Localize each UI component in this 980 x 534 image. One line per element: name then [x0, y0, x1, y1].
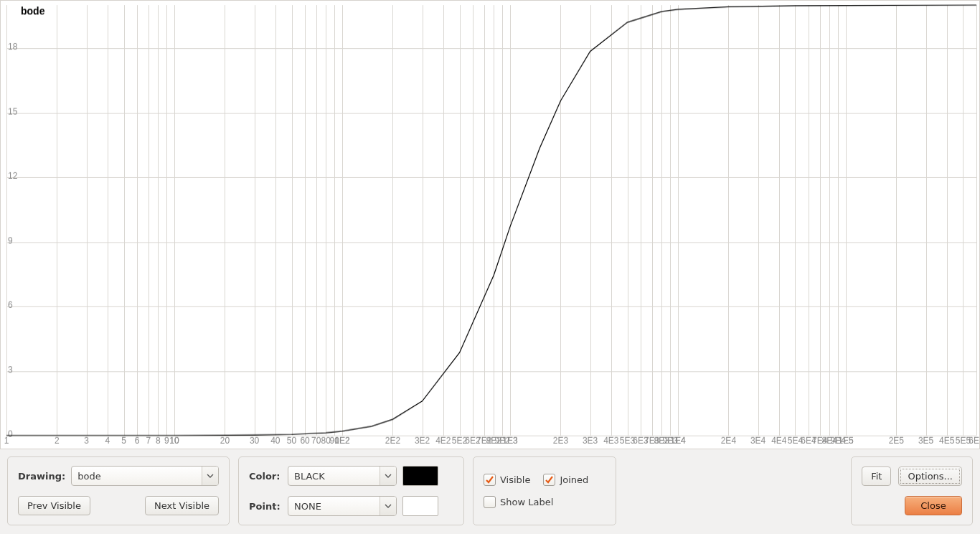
visible-checkbox[interactable]: Visible	[484, 474, 530, 486]
checkbox-checked-icon	[484, 474, 496, 486]
joined-checkbox[interactable]: Joined	[543, 474, 588, 486]
point-swatch[interactable]	[402, 496, 438, 516]
toolbar: Drawing: bode Prev Visible Next Visible …	[0, 449, 980, 534]
visible-checkbox-label: Visible	[500, 474, 530, 485]
joined-checkbox-label: Joined	[560, 474, 588, 485]
show-label-checkbox-label: Show Label	[500, 497, 553, 507]
panel-toggles: Visible Joined Show Label	[473, 456, 616, 525]
drawing-label: Drawing:	[18, 471, 65, 482]
drawing-select-value: bode	[72, 469, 202, 484]
checkbox-checked-icon	[543, 474, 555, 486]
plot-area[interactable]	[0, 0, 980, 449]
panel-appearance: Color: BLACK Point: NONE	[238, 456, 464, 525]
next-visible-button[interactable]: Next Visible	[145, 496, 219, 515]
options-button[interactable]: Options...	[898, 467, 962, 486]
close-button[interactable]: Close	[905, 496, 962, 515]
point-select[interactable]: NONE	[288, 496, 397, 516]
drawing-select[interactable]: bode	[71, 466, 219, 486]
chevron-down-icon	[380, 497, 396, 515]
color-select-value: BLACK	[288, 469, 380, 484]
color-label: Color:	[249, 471, 282, 482]
point-label: Point:	[249, 501, 282, 512]
point-select-value: NONE	[288, 499, 380, 514]
checkbox-unchecked-icon	[484, 496, 496, 508]
panel-actions: Fit Options... Close	[851, 456, 973, 525]
color-swatch[interactable]	[402, 466, 438, 486]
color-select[interactable]: BLACK	[288, 466, 397, 486]
panel-drawing: Drawing: bode Prev Visible Next Visible	[7, 456, 230, 525]
chevron-down-icon	[380, 467, 396, 485]
fit-button[interactable]: Fit	[862, 467, 891, 486]
show-label-checkbox[interactable]: Show Label	[484, 496, 553, 508]
prev-visible-button[interactable]: Prev Visible	[18, 496, 90, 515]
chevron-down-icon	[202, 467, 218, 485]
